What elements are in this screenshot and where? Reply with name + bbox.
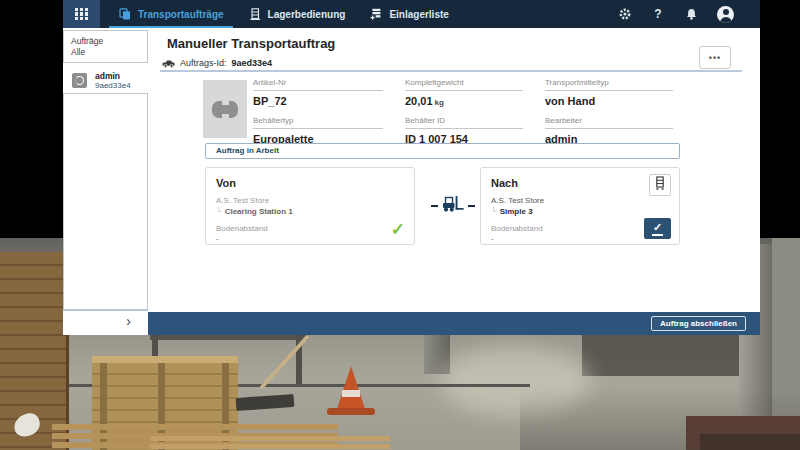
orders-filter-title: Aufträge [71, 36, 147, 47]
from-store: A.S. Test Store [216, 196, 404, 205]
field-label: Behältertyp [253, 116, 383, 129]
from-station-row: └ Clearing Station 1 [216, 207, 404, 216]
orders-list-empty-area [63, 93, 148, 310]
field-label: Artikel-Nr [253, 78, 383, 91]
field-value: BP_72 [253, 95, 383, 107]
field-label: Transportmitteltyp [545, 78, 673, 91]
wooden-planks [150, 436, 390, 450]
confirm-destination-button[interactable]: ✓ [644, 218, 671, 239]
sidebar: Aufträge Alle admin 9aed33e4 › [63, 28, 148, 335]
field-behaeltertyp: Behältertyp Europalette [253, 116, 383, 145]
to-panel-title: Nach [491, 177, 669, 189]
app-launcher-button[interactable] [63, 0, 100, 28]
topbar-actions: ? [618, 0, 760, 28]
transit-indicator [425, 167, 480, 245]
field-value: von Hand [545, 95, 673, 107]
tree-branch-icon: └ [216, 207, 222, 216]
rack-icon [654, 176, 666, 194]
order-id-label: Auftrags-Id: [180, 58, 227, 68]
from-panel-title: Von [216, 177, 404, 189]
pallet-icon [212, 101, 238, 118]
traffic-cone-base [327, 408, 375, 415]
broom-handle [260, 335, 310, 390]
from-confirmed-check-icon: ✓ [391, 219, 405, 240]
notifications-bell-icon[interactable] [684, 7, 698, 21]
status-banner: Auftrag in Arbeit [205, 143, 680, 159]
orders-filter-value: Alle [71, 47, 147, 58]
top-navigation-bar: Transportaufträge Lagerbedienung Einlage… [63, 0, 760, 28]
stack-add-icon [369, 7, 383, 21]
to-location: Simple 3 [500, 207, 533, 216]
tab-label: Einlagerliste [389, 9, 448, 20]
order-status-icon [72, 73, 87, 88]
to-store: A.S. Test Store [491, 196, 669, 205]
tab-lagerbedienung[interactable]: Lagerbedienung [236, 0, 358, 28]
order-id-row: Auftrags-Id: 9aed33e4 [161, 56, 272, 70]
tab-label: Lagerbedienung [268, 9, 346, 20]
article-image-placeholder [203, 80, 247, 138]
field-label: Behälter ID [405, 116, 523, 129]
complete-order-button[interactable]: Auftrag abschließen [651, 316, 746, 331]
help-icon[interactable]: ? [651, 7, 665, 21]
avatar-head [723, 9, 729, 15]
grid-icon [75, 8, 88, 21]
avatar-torso [720, 17, 732, 23]
field-value: 20,01kg [405, 95, 523, 107]
order-detail-fields: Artikel-Nr BP_72 Komplettgewicht 20,01kg… [253, 78, 695, 145]
tab-label: Transportaufträge [138, 9, 224, 20]
field-komplettgewicht: Komplettgewicht 20,01kg [405, 78, 523, 107]
field-transportmitteltyp: Transportmitteltyp von Hand [545, 78, 673, 107]
tree-branch-icon: └ [491, 207, 497, 216]
orders-filter-card[interactable]: Aufträge Alle [63, 30, 148, 63]
to-distance-label: Bodenabstand [491, 224, 669, 233]
footer-action-bar: Auftrag abschließen [148, 312, 760, 335]
field-artikel-nr: Artikel-Nr BP_72 [253, 78, 383, 107]
to-panel: Nach A.S. Test Store └ Simple 3 Bodenabs… [480, 167, 680, 245]
from-distance-value: - [216, 234, 404, 243]
order-id-value: 9aed33e4 [232, 58, 273, 68]
check-icon: ✓ [652, 222, 663, 236]
more-options-button[interactable]: ••• [699, 46, 731, 69]
field-bearbeiter: Bearbeiter admin [545, 116, 673, 145]
sidebar-order-item[interactable]: admin 9aed33e4 [63, 68, 148, 93]
sidebar-collapse-bar[interactable]: › [63, 309, 148, 335]
vehicle-icon [161, 56, 175, 70]
transit-dash [431, 205, 438, 208]
from-panel: Von A.S. Test Store └ Clearing Station 1… [205, 167, 415, 245]
floor-shadow [520, 388, 800, 450]
documents-icon [118, 7, 132, 21]
forklift-icon [441, 195, 465, 217]
chevron-right-icon: › [126, 313, 131, 329]
order-item-id: 9aed33e4 [95, 81, 131, 91]
main-content: Manueller Transportauftrag Auftrags-Id: … [148, 28, 760, 335]
main-tabs: Transportaufträge Lagerbedienung Einlage… [106, 0, 461, 28]
transit-dash [468, 205, 475, 208]
header-divider [160, 70, 742, 72]
settings-gear-icon[interactable] [618, 7, 632, 21]
order-item-name: admin [95, 71, 131, 81]
from-distance-label: Bodenabstand [216, 224, 404, 233]
to-station-row: └ Simple 3 [491, 207, 669, 216]
field-unit: kg [435, 98, 444, 107]
user-avatar[interactable] [717, 6, 734, 23]
page-title: Manueller Transportauftrag [167, 36, 335, 51]
select-rack-button[interactable] [649, 174, 671, 196]
app-window: Transportaufträge Lagerbedienung Einlage… [63, 0, 760, 335]
broom-head [236, 394, 295, 411]
field-label: Bearbeiter [545, 116, 673, 129]
field-behaelter-id: Behälter ID ID 1 007 154 [405, 116, 523, 145]
to-distance-value: - [491, 234, 669, 243]
field-label: Komplettgewicht [405, 78, 523, 91]
from-location: Clearing Station 1 [225, 207, 293, 216]
traffic-cone [336, 366, 366, 412]
tab-transportauftraege[interactable]: Transportaufträge [106, 0, 236, 28]
rack-icon [248, 7, 262, 21]
tab-einlagerliste[interactable]: Einlagerliste [357, 0, 460, 28]
screenshot-root: Transportaufträge Lagerbedienung Einlage… [0, 0, 800, 450]
